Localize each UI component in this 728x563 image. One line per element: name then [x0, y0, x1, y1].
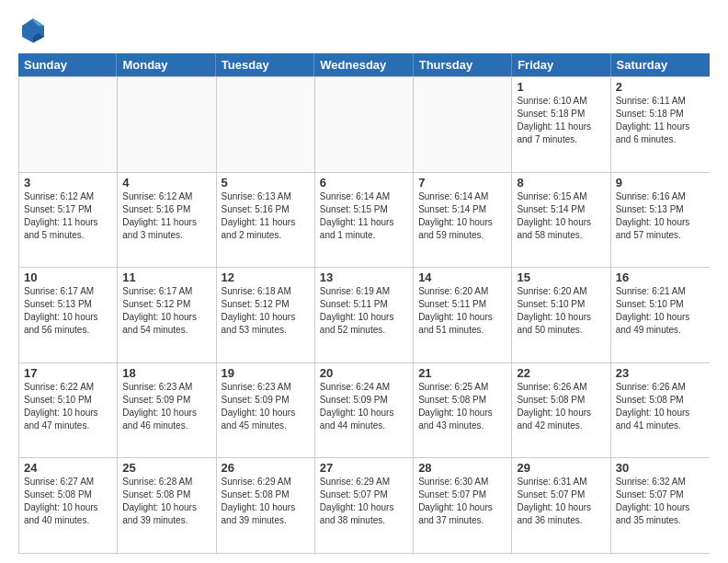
cal-cell: 14Sunrise: 6:20 AM Sunset: 5:11 PM Dayli…	[414, 268, 512, 362]
page: SundayMondayTuesdayWednesdayThursdayFrid…	[0, 0, 728, 563]
header-day-friday: Friday	[512, 53, 610, 76]
cal-cell: 15Sunrise: 6:20 AM Sunset: 5:10 PM Dayli…	[512, 268, 610, 362]
cal-cell: 3Sunrise: 6:12 AM Sunset: 5:17 PM Daylig…	[19, 173, 118, 268]
day-number: 13	[320, 270, 408, 284]
cal-cell: 5Sunrise: 6:13 AM Sunset: 5:16 PM Daylig…	[217, 173, 315, 268]
cal-cell	[414, 77, 512, 172]
day-info: Sunrise: 6:17 AM Sunset: 5:12 PM Dayligh…	[122, 285, 210, 337]
week-row-4: 24Sunrise: 6:27 AM Sunset: 5:08 PM Dayli…	[19, 458, 710, 554]
cal-cell: 28Sunrise: 6:30 AM Sunset: 5:07 PM Dayli…	[414, 458, 512, 553]
cal-cell: 6Sunrise: 6:14 AM Sunset: 5:15 PM Daylig…	[315, 173, 414, 268]
cal-cell: 9Sunrise: 6:16 AM Sunset: 5:13 PM Daylig…	[611, 173, 710, 268]
day-number: 25	[122, 461, 210, 475]
day-info: Sunrise: 6:32 AM Sunset: 5:07 PM Dayligh…	[616, 476, 705, 527]
day-info: Sunrise: 6:14 AM Sunset: 5:15 PM Dayligh…	[320, 190, 408, 242]
day-info: Sunrise: 6:20 AM Sunset: 5:10 PM Dayligh…	[517, 285, 605, 337]
cal-cell	[315, 77, 414, 172]
day-number: 3	[24, 176, 112, 190]
logo-icon	[18, 15, 48, 44]
day-info: Sunrise: 6:10 AM Sunset: 5:18 PM Dayligh…	[517, 95, 605, 146]
cal-cell: 26Sunrise: 6:29 AM Sunset: 5:08 PM Dayli…	[217, 458, 315, 553]
day-info: Sunrise: 6:26 AM Sunset: 5:08 PM Dayligh…	[517, 381, 605, 432]
day-number: 14	[418, 270, 506, 284]
day-info: Sunrise: 6:23 AM Sunset: 5:09 PM Dayligh…	[122, 381, 210, 432]
day-number: 22	[517, 366, 605, 380]
day-number: 29	[517, 461, 605, 475]
day-number: 11	[122, 270, 210, 284]
day-info: Sunrise: 6:21 AM Sunset: 5:10 PM Dayligh…	[616, 285, 705, 337]
day-info: Sunrise: 6:28 AM Sunset: 5:08 PM Dayligh…	[122, 476, 210, 527]
day-info: Sunrise: 6:15 AM Sunset: 5:14 PM Dayligh…	[517, 190, 605, 242]
week-row-1: 3Sunrise: 6:12 AM Sunset: 5:17 PM Daylig…	[19, 173, 710, 269]
cal-cell: 11Sunrise: 6:17 AM Sunset: 5:12 PM Dayli…	[118, 268, 216, 362]
day-number: 19	[222, 366, 310, 380]
day-number: 7	[418, 176, 506, 190]
cal-cell: 10Sunrise: 6:17 AM Sunset: 5:13 PM Dayli…	[19, 268, 118, 362]
cal-cell: 2Sunrise: 6:11 AM Sunset: 5:18 PM Daylig…	[611, 77, 710, 172]
day-number: 10	[24, 270, 112, 284]
day-number: 17	[24, 366, 112, 380]
day-info: Sunrise: 6:26 AM Sunset: 5:08 PM Dayligh…	[616, 381, 705, 432]
cal-cell: 18Sunrise: 6:23 AM Sunset: 5:09 PM Dayli…	[118, 363, 216, 458]
day-info: Sunrise: 6:20 AM Sunset: 5:11 PM Dayligh…	[418, 285, 506, 337]
day-number: 26	[222, 461, 310, 475]
cal-cell: 16Sunrise: 6:21 AM Sunset: 5:10 PM Dayli…	[611, 268, 710, 362]
day-info: Sunrise: 6:29 AM Sunset: 5:08 PM Dayligh…	[222, 476, 310, 527]
cal-cell: 4Sunrise: 6:12 AM Sunset: 5:16 PM Daylig…	[118, 173, 216, 268]
week-row-3: 17Sunrise: 6:22 AM Sunset: 5:10 PM Dayli…	[19, 363, 710, 459]
cal-cell: 20Sunrise: 6:24 AM Sunset: 5:09 PM Dayli…	[315, 363, 414, 458]
day-info: Sunrise: 6:11 AM Sunset: 5:18 PM Dayligh…	[616, 95, 705, 146]
cal-cell: 30Sunrise: 6:32 AM Sunset: 5:07 PM Dayli…	[611, 458, 710, 553]
day-info: Sunrise: 6:16 AM Sunset: 5:13 PM Dayligh…	[616, 190, 705, 242]
header-day-sunday: Sunday	[18, 53, 117, 76]
cal-cell: 21Sunrise: 6:25 AM Sunset: 5:08 PM Dayli…	[414, 363, 512, 458]
header-day-tuesday: Tuesday	[216, 53, 314, 76]
day-number: 6	[320, 176, 408, 190]
week-row-2: 10Sunrise: 6:17 AM Sunset: 5:13 PM Dayli…	[19, 268, 710, 363]
cal-cell: 1Sunrise: 6:10 AM Sunset: 5:18 PM Daylig…	[512, 77, 610, 172]
day-info: Sunrise: 6:14 AM Sunset: 5:14 PM Dayligh…	[418, 190, 506, 242]
day-info: Sunrise: 6:22 AM Sunset: 5:10 PM Dayligh…	[24, 381, 112, 432]
logo	[18, 15, 51, 44]
day-number: 18	[122, 366, 210, 380]
day-info: Sunrise: 6:27 AM Sunset: 5:08 PM Dayligh…	[24, 476, 112, 527]
cal-cell: 25Sunrise: 6:28 AM Sunset: 5:08 PM Dayli…	[118, 458, 216, 553]
cal-cell: 23Sunrise: 6:26 AM Sunset: 5:08 PM Dayli…	[611, 363, 710, 458]
day-number: 16	[616, 270, 705, 284]
cal-cell: 19Sunrise: 6:23 AM Sunset: 5:09 PM Dayli…	[217, 363, 315, 458]
day-number: 5	[222, 176, 310, 190]
cal-cell: 27Sunrise: 6:29 AM Sunset: 5:07 PM Dayli…	[315, 458, 414, 553]
day-number: 1	[517, 80, 605, 94]
header-day-monday: Monday	[117, 53, 215, 76]
day-info: Sunrise: 6:29 AM Sunset: 5:07 PM Dayligh…	[320, 476, 408, 527]
day-number: 8	[517, 176, 605, 190]
calendar: SundayMondayTuesdayWednesdayThursdayFrid…	[18, 53, 710, 554]
cal-cell: 8Sunrise: 6:15 AM Sunset: 5:14 PM Daylig…	[512, 173, 610, 268]
day-info: Sunrise: 6:24 AM Sunset: 5:09 PM Dayligh…	[320, 381, 408, 432]
calendar-header: SundayMondayTuesdayWednesdayThursdayFrid…	[18, 53, 710, 76]
cal-cell: 17Sunrise: 6:22 AM Sunset: 5:10 PM Dayli…	[19, 363, 118, 458]
calendar-body: 1Sunrise: 6:10 AM Sunset: 5:18 PM Daylig…	[18, 76, 710, 554]
day-info: Sunrise: 6:19 AM Sunset: 5:11 PM Dayligh…	[320, 285, 408, 337]
day-info: Sunrise: 6:13 AM Sunset: 5:16 PM Dayligh…	[222, 190, 310, 242]
day-number: 9	[616, 176, 705, 190]
cal-cell: 7Sunrise: 6:14 AM Sunset: 5:14 PM Daylig…	[414, 173, 512, 268]
day-info: Sunrise: 6:31 AM Sunset: 5:07 PM Dayligh…	[517, 476, 605, 527]
day-info: Sunrise: 6:25 AM Sunset: 5:08 PM Dayligh…	[418, 381, 506, 432]
cal-cell	[19, 77, 118, 172]
day-info: Sunrise: 6:18 AM Sunset: 5:12 PM Dayligh…	[222, 285, 310, 337]
week-row-0: 1Sunrise: 6:10 AM Sunset: 5:18 PM Daylig…	[19, 77, 710, 173]
day-number: 27	[320, 461, 408, 475]
header-day-saturday: Saturday	[611, 53, 710, 76]
day-number: 15	[517, 270, 605, 284]
day-number: 28	[418, 461, 506, 475]
day-info: Sunrise: 6:12 AM Sunset: 5:17 PM Dayligh…	[24, 190, 112, 242]
day-number: 24	[24, 461, 112, 475]
cal-cell	[217, 77, 315, 172]
day-info: Sunrise: 6:17 AM Sunset: 5:13 PM Dayligh…	[24, 285, 112, 337]
day-info: Sunrise: 6:30 AM Sunset: 5:07 PM Dayligh…	[418, 476, 506, 527]
cal-cell: 29Sunrise: 6:31 AM Sunset: 5:07 PM Dayli…	[512, 458, 610, 553]
day-number: 30	[616, 461, 705, 475]
day-info: Sunrise: 6:12 AM Sunset: 5:16 PM Dayligh…	[122, 190, 210, 242]
cal-cell: 12Sunrise: 6:18 AM Sunset: 5:12 PM Dayli…	[217, 268, 315, 362]
